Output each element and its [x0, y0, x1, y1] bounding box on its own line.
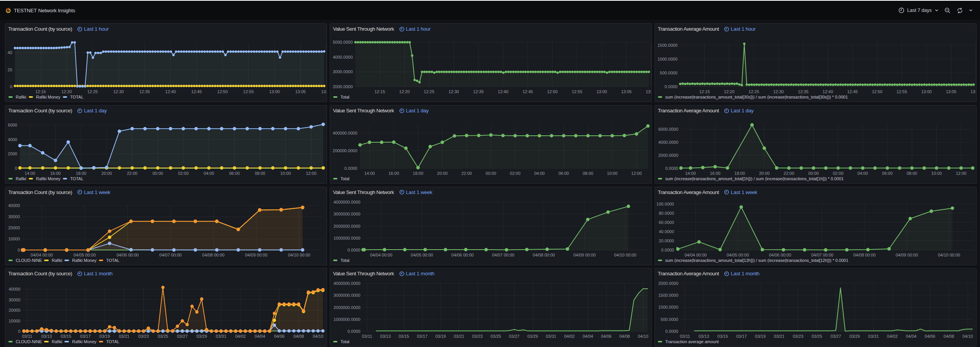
svg-text:08:00: 08:00: [255, 171, 265, 176]
svg-text:03/31: 03/31: [215, 334, 226, 339]
svg-text:02:00: 02:00: [833, 171, 844, 176]
svg-text:12:45: 12:45: [522, 89, 533, 94]
svg-text:13:10: 13:10: [321, 89, 327, 94]
svg-text:12:55: 12:55: [572, 89, 582, 94]
svg-text:2000000.0000: 2000000.0000: [333, 224, 360, 228]
svg-text:04/08 00:00: 04/08 00:00: [853, 253, 875, 257]
svg-text:12:55: 12:55: [243, 89, 254, 94]
svg-text:04/08: 04/08: [944, 334, 954, 339]
svg-text:12:50: 12:50: [871, 89, 882, 94]
svg-text:04/10 00:00: 04/10 00:00: [938, 253, 960, 257]
svg-text:04/10: 04/10: [312, 334, 323, 339]
svg-text:16:00: 16:00: [388, 171, 399, 176]
svg-text:04:00: 04:00: [857, 171, 868, 176]
svg-text:12:30: 12:30: [773, 89, 784, 94]
svg-text:04/04: 04/04: [582, 334, 593, 339]
svg-text:06:00: 06:00: [558, 171, 569, 176]
svg-text:0: 0: [15, 166, 17, 171]
svg-text:04/02: 04/02: [887, 334, 898, 339]
svg-text:12:20: 12:20: [399, 89, 410, 94]
svg-text:04/06 00:00: 04/06 00:00: [769, 253, 791, 257]
svg-text:04/10: 04/10: [638, 334, 648, 339]
svg-text:1000.0000: 1000.0000: [658, 57, 677, 61]
svg-text:03/15: 03/15: [61, 334, 71, 339]
svg-text:30000: 30000: [8, 214, 20, 219]
svg-text:04/07 00:00: 04/07 00:00: [811, 253, 833, 257]
svg-text:80.0000: 80.0000: [659, 211, 674, 215]
svg-text:22:00: 22:00: [783, 171, 794, 176]
svg-text:2000.0000: 2000.0000: [658, 153, 678, 158]
svg-text:100.0000: 100.0000: [656, 201, 674, 206]
svg-text:03/31: 03/31: [546, 334, 556, 339]
svg-text:12:45: 12:45: [847, 89, 858, 94]
svg-text:500.0000: 500.0000: [660, 71, 677, 75]
svg-text:03/21: 03/21: [774, 334, 784, 339]
svg-text:02:00: 02:00: [510, 171, 520, 176]
svg-text:30000: 30000: [8, 298, 20, 302]
svg-text:03/13: 03/13: [380, 334, 391, 339]
svg-text:2000.0000: 2000.0000: [658, 281, 678, 286]
svg-text:20: 20: [7, 67, 12, 72]
svg-text:04/09 00:00: 04/09 00:00: [245, 253, 267, 257]
svg-text:12:40: 12:40: [498, 89, 508, 94]
svg-text:4000.0000: 4000.0000: [333, 55, 353, 59]
svg-text:03/19: 03/19: [99, 334, 110, 339]
svg-text:4000000.0000: 4000000.0000: [333, 200, 360, 204]
svg-text:04/08: 04/08: [293, 334, 304, 339]
svg-text:20:00: 20:00: [759, 171, 770, 176]
svg-text:13:00: 13:00: [269, 89, 280, 94]
svg-text:03/11: 03/11: [680, 334, 690, 339]
svg-text:03/11: 03/11: [22, 334, 32, 339]
svg-text:14:00: 14:00: [25, 171, 35, 176]
svg-text:04/06 00:00: 04/06 00:00: [451, 253, 474, 257]
svg-text:04/09 00:00: 04/09 00:00: [895, 253, 918, 257]
svg-text:13:10: 13:10: [646, 89, 652, 94]
svg-text:13:00: 13:00: [921, 89, 932, 94]
svg-text:03/15: 03/15: [717, 334, 728, 339]
svg-text:22:00: 22:00: [461, 171, 472, 176]
svg-text:03/17: 03/17: [80, 334, 90, 339]
svg-text:14:00: 14:00: [685, 171, 696, 176]
svg-text:3000.0000: 3000.0000: [333, 70, 353, 74]
svg-text:1000.0000: 1000.0000: [658, 305, 678, 310]
svg-text:4000000.0000: 4000000.0000: [333, 281, 360, 286]
svg-text:5000.0000: 5000.0000: [333, 40, 353, 44]
svg-text:12:30: 12:30: [113, 89, 124, 94]
svg-text:12:50: 12:50: [547, 89, 557, 94]
svg-text:13:05: 13:05: [945, 89, 956, 94]
svg-text:03/29: 03/29: [849, 334, 860, 339]
svg-text:03/27: 03/27: [830, 334, 841, 339]
svg-text:0: 0: [17, 248, 20, 252]
svg-text:03/17: 03/17: [736, 334, 747, 339]
svg-text:12:25: 12:25: [748, 89, 759, 94]
svg-text:1500.0000: 1500.0000: [658, 43, 677, 48]
svg-text:04:00: 04:00: [534, 171, 545, 176]
svg-text:04/05 00:00: 04/05 00:00: [73, 253, 95, 257]
svg-text:18:00: 18:00: [734, 171, 745, 176]
svg-text:10000: 10000: [8, 319, 20, 323]
svg-text:08:00: 08:00: [906, 171, 917, 176]
svg-text:12:45: 12:45: [191, 89, 202, 94]
svg-text:04/10 00:00: 04/10 00:00: [614, 253, 636, 257]
svg-text:04/06: 04/06: [924, 334, 935, 339]
svg-text:00:00: 00:00: [808, 171, 819, 176]
svg-text:12:40: 12:40: [165, 89, 176, 94]
svg-text:02:00: 02:00: [178, 171, 189, 176]
svg-text:04/05 00:00: 04/05 00:00: [727, 253, 749, 257]
svg-text:1500.0000: 1500.0000: [658, 293, 678, 298]
svg-text:03/29: 03/29: [196, 334, 207, 339]
svg-text:04/02: 04/02: [564, 334, 575, 339]
svg-text:0.0000: 0.0000: [344, 166, 357, 171]
svg-text:2000: 2000: [8, 151, 17, 156]
svg-text:16:00: 16:00: [50, 171, 61, 176]
svg-text:12:15: 12:15: [35, 89, 46, 94]
svg-text:04/04 00:00: 04/04 00:00: [370, 253, 392, 257]
svg-text:04/09 00:00: 04/09 00:00: [573, 253, 595, 257]
svg-text:40000: 40000: [8, 203, 20, 208]
svg-text:10:00: 10:00: [931, 171, 942, 176]
svg-text:04/04: 04/04: [906, 334, 916, 339]
svg-text:03/23: 03/23: [138, 334, 149, 339]
svg-text:03/25: 03/25: [490, 334, 501, 339]
svg-text:14:00: 14:00: [364, 171, 375, 176]
svg-text:0.0000: 0.0000: [347, 248, 360, 252]
